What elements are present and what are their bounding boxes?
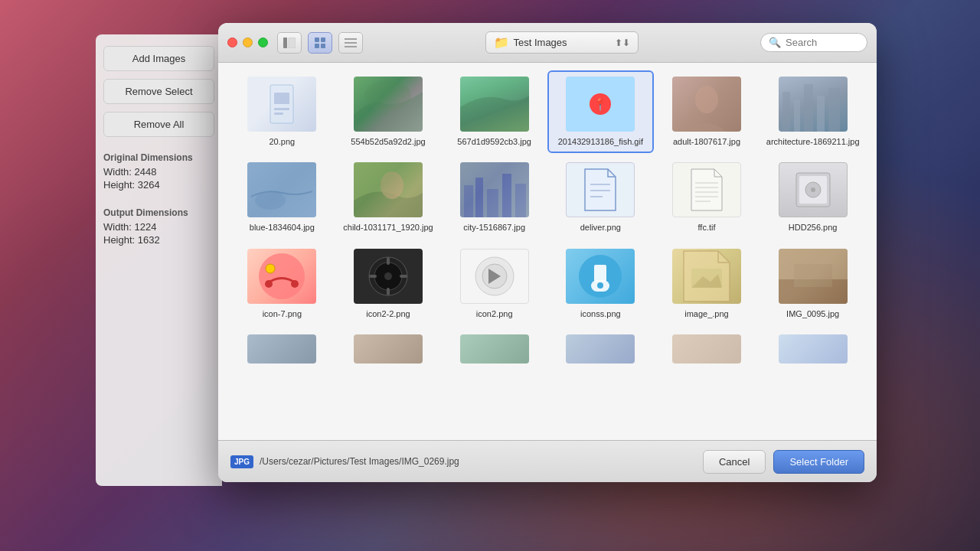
select-folder-button[interactable]: Select Folder (773, 450, 864, 474)
file-item[interactable] (443, 330, 546, 368)
add-images-button[interactable]: Add Images (103, 46, 214, 71)
file-item[interactable]: blue-1834604.jpg (230, 158, 334, 237)
file-thumbnail (779, 77, 848, 132)
file-name: 201432913186_fish.gif (558, 136, 643, 147)
file-item[interactable]: image_.png (655, 244, 759, 324)
remove-all-button[interactable]: Remove All (103, 112, 214, 137)
svg-rect-26 (464, 185, 473, 217)
file-item[interactable]: HDD256.png (761, 158, 864, 237)
file-thumbnail (354, 77, 423, 132)
search-box[interactable]: 🔍 (760, 33, 867, 52)
file-item[interactable]: ffc.tif (655, 158, 759, 237)
close-button[interactable] (227, 37, 237, 47)
file-item[interactable]: deliver.png (549, 158, 652, 237)
svg-point-44 (266, 264, 275, 273)
file-name: architecture-1869211.jpg (766, 136, 860, 147)
svg-point-46 (291, 280, 299, 288)
file-item[interactable]: architecture-1869211.jpg (761, 72, 864, 152)
svg-rect-57 (594, 265, 606, 282)
cancel-button[interactable]: Cancel (703, 450, 766, 474)
file-item[interactable]: adult-1807617.jpg (655, 72, 759, 152)
file-item[interactable] (549, 330, 652, 368)
file-name: blue-1834604.jpg (250, 222, 315, 233)
file-item[interactable] (230, 330, 334, 368)
svg-rect-29 (502, 174, 511, 217)
file-item[interactable]: 567d1d9592cb3.jpg (443, 72, 546, 152)
file-name: child-1031171_1920.jpg (343, 222, 433, 233)
svg-rect-11 (274, 108, 289, 110)
file-thumbnail: 📍 (566, 77, 635, 132)
search-input[interactable] (786, 37, 859, 48)
file-item[interactable]: child-1031171_1920.jpg (337, 158, 440, 237)
sidebar-toggle-button[interactable] (277, 32, 302, 54)
maximize-button[interactable] (258, 37, 268, 47)
svg-rect-17 (794, 99, 800, 132)
file-item[interactable]: iconss.png (549, 244, 652, 324)
file-thumbnail (672, 162, 741, 217)
svg-rect-4 (315, 44, 319, 48)
file-item[interactable]: 📍 201432913186_fish.gif (549, 72, 652, 152)
remove-selected-button[interactable]: Remove Select (103, 79, 214, 104)
file-name: IMG_0095.jpg (786, 308, 839, 319)
svg-rect-10 (274, 93, 289, 104)
file-thumbnail (247, 162, 316, 217)
folder-selector[interactable]: 📁 Test Images ⬆⬇ (485, 31, 639, 54)
grid-view-button[interactable] (308, 32, 332, 54)
svg-rect-18 (804, 84, 813, 132)
file-name: 567d1d9592cb3.jpg (457, 136, 531, 147)
output-dimensions-label: Output Dimensions (103, 207, 214, 218)
folder-icon: 📁 (494, 35, 509, 50)
file-picker-dialog: 📁 Test Images ⬆⬇ 🔍 (218, 23, 877, 482)
file-thumbnail (779, 162, 848, 217)
minimize-button[interactable] (243, 37, 253, 47)
file-item[interactable]: IMG_0095.jpg (761, 244, 864, 324)
svg-rect-51 (387, 288, 390, 295)
file-name: adult-1807617.jpg (673, 136, 740, 147)
file-name: icon2.png (476, 308, 513, 319)
file-name: icon-7.png (263, 308, 302, 319)
svg-point-42 (811, 187, 815, 192)
file-name: HDD256.png (789, 222, 838, 233)
file-item[interactable]: 20.png (230, 72, 334, 152)
original-width: Width: 2448 (103, 166, 214, 178)
fish-marker: 📍 (590, 93, 611, 115)
svg-rect-5 (321, 44, 325, 48)
file-grid-container[interactable]: 20.png 554b52d5a92d2.jpg (218, 63, 877, 440)
file-path-text: /Users/cezar/Pictures/Test Images/IMG_02… (260, 456, 459, 467)
dialog-bottom-bar: JPG /Users/cezar/Pictures/Test Images/IM… (218, 440, 877, 482)
file-name: ffc.tif (697, 222, 715, 233)
svg-point-45 (265, 280, 273, 288)
search-icon: 🔍 (769, 37, 781, 48)
svg-rect-28 (487, 189, 498, 217)
file-thumbnail (354, 162, 423, 217)
file-item[interactable]: icon2-2.png (337, 244, 440, 324)
file-item[interactable] (337, 330, 440, 368)
svg-rect-30 (515, 184, 526, 217)
file-item[interactable] (761, 330, 864, 368)
svg-rect-27 (475, 178, 483, 217)
output-width: Width: 1224 (103, 221, 214, 233)
file-item[interactable]: city-1516867.jpg (443, 158, 546, 237)
original-height: Height: 3264 (103, 179, 214, 191)
file-item[interactable] (655, 330, 759, 368)
svg-point-22 (255, 191, 286, 210)
partial-row (230, 330, 864, 368)
dialog-actions: Cancel Select Folder (703, 450, 864, 474)
file-item[interactable]: 554b52d5a92d2.jpg (337, 72, 440, 152)
svg-rect-2 (315, 37, 319, 42)
svg-point-13 (365, 80, 411, 111)
file-thumbnail (566, 162, 635, 217)
folder-name: Test Images (514, 37, 610, 48)
left-panel: Add Images Remove Select Remove All Orig… (96, 34, 222, 486)
svg-point-24 (381, 171, 403, 199)
file-item[interactable]: icon2.png (443, 244, 546, 324)
svg-rect-21 (247, 162, 316, 217)
svg-rect-53 (400, 275, 407, 278)
file-thumbnail (460, 77, 529, 132)
file-thumbnail (460, 249, 529, 304)
output-height: Height: 1632 (103, 234, 214, 246)
svg-point-15 (695, 86, 718, 113)
file-item[interactable]: icon-7.png (230, 244, 334, 324)
svg-rect-20 (828, 88, 840, 132)
list-view-button[interactable] (338, 32, 363, 54)
